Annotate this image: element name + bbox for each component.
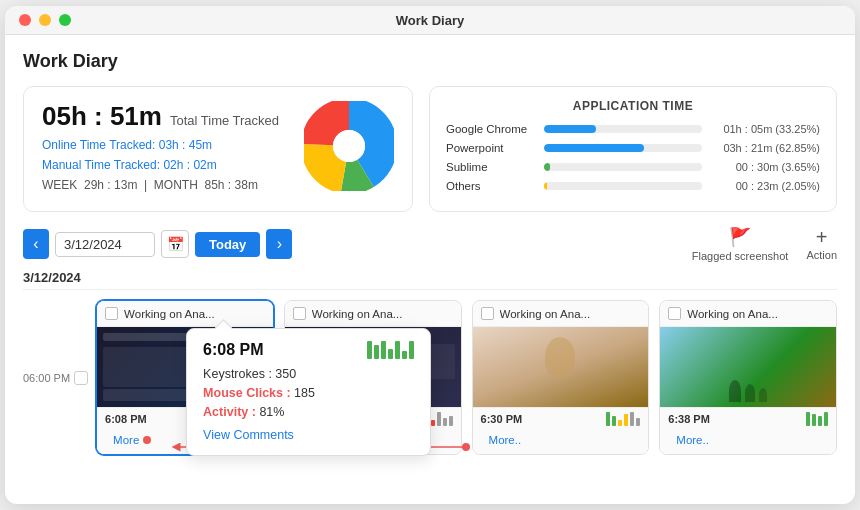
act-bar xyxy=(818,416,822,426)
card-checkbox-1[interactable] xyxy=(105,307,118,320)
card-more-3[interactable]: More.. xyxy=(473,430,649,454)
app-bar-chrome xyxy=(544,125,702,133)
date-input[interactable] xyxy=(55,232,155,257)
flagged-screenshot-button[interactable]: 🚩 Flagged screenshot xyxy=(692,226,789,262)
app-name-others: Others xyxy=(446,180,536,192)
card-title-4: Working on Ana... xyxy=(687,308,778,320)
act-bar xyxy=(636,418,640,426)
app-bar-fill-others xyxy=(544,182,547,190)
time-column: 06:00 PM xyxy=(23,300,96,455)
tooltip-mouse-clicks: Mouse Clicks : 185 xyxy=(203,386,414,400)
app-time-card: APPLICATION TIME Google Chrome 01h : 05m… xyxy=(429,86,837,212)
card-header-3: Working on Ana... xyxy=(473,301,649,327)
card-thumbnail-3 xyxy=(473,327,649,407)
top-section: 05h : 51m Total Time Tracked Online Time… xyxy=(23,86,837,212)
act-bar xyxy=(449,416,453,426)
pie-chart xyxy=(304,101,394,195)
card-time-1: 6:08 PM xyxy=(105,413,147,425)
screenshot-card-3[interactable]: Working on Ana... 6:30 PM xyxy=(472,300,650,455)
view-comments-link[interactable]: View Comments xyxy=(203,428,294,442)
more-label-4: More.. xyxy=(676,434,709,446)
activity-bars-3 xyxy=(606,412,640,426)
app-row-others: Others 00 : 23m (2.05%) xyxy=(446,180,820,192)
plus-icon: + xyxy=(816,227,828,247)
close-dot[interactable] xyxy=(19,14,31,26)
app-name-powerpoint: Powerpoint xyxy=(446,142,536,154)
today-button[interactable]: Today xyxy=(195,232,260,257)
card-time-3: 6:30 PM xyxy=(481,413,523,425)
act-bar-lg xyxy=(374,345,379,359)
screenshots-area: 06:00 PM Working on Ana... xyxy=(23,300,837,455)
card-title-1: Working on Ana... xyxy=(124,308,215,320)
card-checkbox-3[interactable] xyxy=(481,307,494,320)
main-content: Work Diary 05h : 51m Total Time Tracked … xyxy=(5,35,855,504)
act-bar xyxy=(812,414,816,426)
prev-date-button[interactable]: ‹ xyxy=(23,229,49,259)
more-dot-1 xyxy=(143,436,151,444)
flag-icon: 🚩 xyxy=(729,226,751,248)
app-time-others: 00 : 23m (2.05%) xyxy=(710,180,820,192)
tooltip-activity: Activity : 81% xyxy=(203,405,414,419)
tooltip-time: 6:08 PM xyxy=(203,341,414,359)
window-title: Work Diary xyxy=(396,13,464,28)
page-title: Work Diary xyxy=(23,51,837,72)
act-bar xyxy=(806,412,810,426)
card-header-1: Working on Ana... xyxy=(97,301,273,327)
action-button[interactable]: + Action xyxy=(806,227,837,261)
svg-point-4 xyxy=(333,130,365,162)
app-bar-sublime xyxy=(544,163,702,171)
card-header-2: Working on Ana... xyxy=(285,301,461,327)
total-time-label: Total Time Tracked xyxy=(170,113,279,128)
more-link-3[interactable]: More.. xyxy=(481,432,641,448)
tooltip-popup: 6:08 PM Keystrokes : 35 xyxy=(186,328,431,456)
act-bar-lg xyxy=(409,341,414,359)
total-time: 05h : 51m xyxy=(42,101,162,132)
app-time-chrome: 01h : 05m (33.25%) xyxy=(710,123,820,135)
act-bar xyxy=(437,412,441,426)
more-link-4[interactable]: More.. xyxy=(668,432,828,448)
act-bar-lg xyxy=(402,351,407,359)
time-marker xyxy=(74,371,88,385)
app-bar-fill-chrome xyxy=(544,125,596,133)
next-date-button[interactable]: › xyxy=(266,229,292,259)
app-name-sublime: Sublime xyxy=(446,161,536,173)
act-bar xyxy=(612,416,616,426)
minimize-dot[interactable] xyxy=(39,14,51,26)
act-bar-lg xyxy=(395,341,400,359)
date-section-heading: 3/12/2024 xyxy=(23,270,837,290)
main-window: Work Diary Work Diary 05h : 51m Total Ti… xyxy=(5,6,855,504)
card-time-4: 6:38 PM xyxy=(668,413,710,425)
card-checkbox-2[interactable] xyxy=(293,307,306,320)
more-label-1: More xyxy=(113,434,139,446)
app-time-sublime: 00 : 30m (3.65%) xyxy=(710,161,820,173)
calendar-icon[interactable]: 📅 xyxy=(161,230,189,258)
maximize-dot[interactable] xyxy=(59,14,71,26)
act-bar xyxy=(443,418,447,426)
card-title-2: Working on Ana... xyxy=(312,308,403,320)
screenshot-card-4[interactable]: Working on Ana... 6:38 PM xyxy=(659,300,837,455)
app-bar-others xyxy=(544,182,702,190)
act-bar xyxy=(606,412,610,426)
time-label: 06:00 PM xyxy=(23,372,70,384)
tooltip-keystrokes: Keystrokes : 350 xyxy=(203,367,414,381)
app-bar-fill-sublime xyxy=(544,163,550,171)
card-header-4: Working on Ana... xyxy=(660,301,836,327)
act-bar-lg xyxy=(367,341,372,359)
tooltip-activity-bars xyxy=(367,341,414,359)
more-label-3: More.. xyxy=(489,434,522,446)
app-row-powerpoint: Powerpoint 03h : 21m (62.85%) xyxy=(446,142,820,154)
act-bar xyxy=(618,420,622,426)
app-name-chrome: Google Chrome xyxy=(446,123,536,135)
app-bar-fill-powerpoint xyxy=(544,144,644,152)
top-right-actions: 🚩 Flagged screenshot + Action xyxy=(692,226,837,262)
app-row-chrome: Google Chrome 01h : 05m (33.25%) xyxy=(446,123,820,135)
card-checkbox-4[interactable] xyxy=(668,307,681,320)
act-bar-lg xyxy=(388,349,393,359)
activity-bars-4 xyxy=(806,412,828,426)
card-thumbnail-4 xyxy=(660,327,836,407)
act-bar xyxy=(624,414,628,426)
act-bar xyxy=(431,420,435,426)
card-more-4[interactable]: More.. xyxy=(660,430,836,454)
time-row: 06:00 PM xyxy=(23,371,88,385)
titlebar: Work Diary xyxy=(5,6,855,35)
